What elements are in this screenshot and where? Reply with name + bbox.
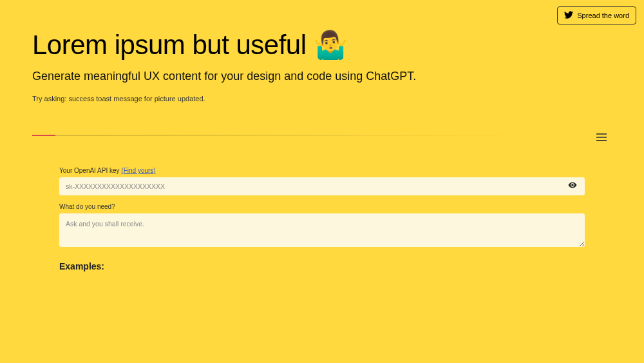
try-asking-hint: Try asking: success toast message for pi… (32, 95, 612, 103)
api-key-label-text: Your OpenAI API key (59, 167, 121, 174)
need-input[interactable] (59, 213, 585, 247)
svg-rect-0 (596, 133, 607, 135)
twitter-icon (564, 10, 573, 21)
api-key-input[interactable] (59, 177, 585, 195)
spread-word-label: Spread the word (577, 12, 629, 19)
examples-heading: Examples: (59, 261, 585, 271)
find-yours-link[interactable]: (Find yours) (121, 167, 155, 174)
hamburger-menu-icon[interactable] (596, 132, 607, 144)
api-key-label: Your OpenAI API key (Find yours) (59, 167, 585, 174)
spread-word-button[interactable]: Spread the word (557, 6, 636, 25)
section-divider (32, 135, 612, 136)
svg-rect-2 (596, 140, 607, 141)
svg-rect-1 (596, 137, 607, 138)
page-title: Lorem ipsum but useful 🤷‍♂️ (32, 29, 612, 61)
page-subtitle: Generate meaningful UX content for your … (32, 70, 612, 83)
need-label: What do you need? (59, 203, 585, 210)
eye-icon[interactable] (568, 181, 577, 192)
